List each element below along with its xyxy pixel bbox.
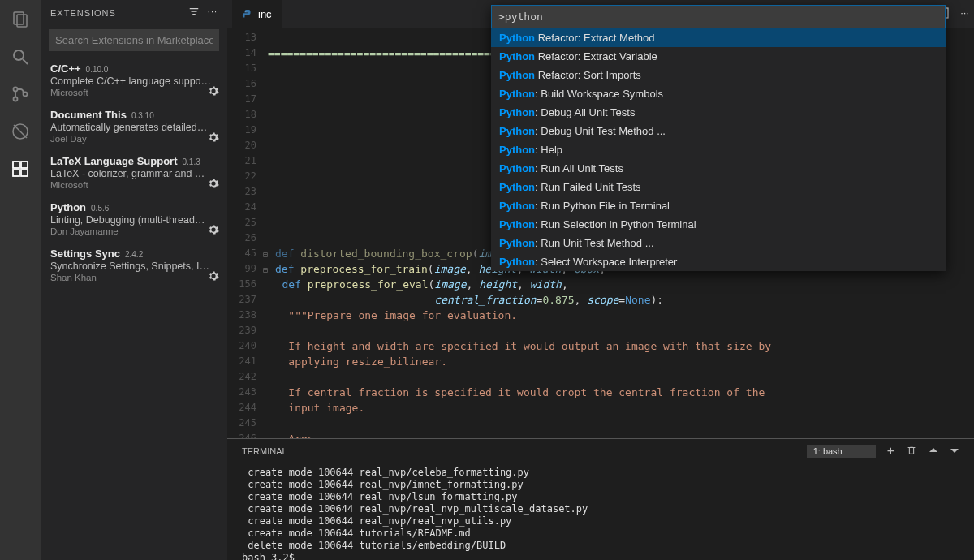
new-terminal-icon[interactable]: + bbox=[887, 444, 894, 459]
line-number: 22 bbox=[227, 169, 256, 184]
terminal-panel: TERMINAL 1: bash + create mode 100644 re… bbox=[227, 438, 974, 560]
line-number: 14 bbox=[227, 45, 256, 61]
extensions-search-input[interactable] bbox=[49, 29, 219, 51]
line-number: 99 bbox=[227, 261, 256, 277]
extension-version: 0.10.0 bbox=[86, 65, 109, 74]
line-number: 25 bbox=[227, 215, 256, 230]
maximize-terminal-icon[interactable] bbox=[929, 446, 938, 457]
extension-description: LaTeX - colorizer, grammar and … bbox=[50, 168, 218, 179]
terminal-title: TERMINAL bbox=[242, 446, 287, 456]
svg-rect-10 bbox=[21, 170, 28, 176]
gear-icon[interactable] bbox=[208, 224, 219, 238]
svg-point-5 bbox=[14, 97, 18, 101]
command-palette-item[interactable]: Python: Run Unit Test Method ... bbox=[491, 234, 946, 252]
command-palette: Python Refactor: Extract MethodPython Re… bbox=[491, 5, 946, 271]
extension-publisher: Microsoft bbox=[50, 88, 218, 97]
extension-description: Automatically generates detailed… bbox=[50, 122, 218, 133]
line-number: 237 bbox=[227, 292, 256, 308]
svg-rect-9 bbox=[13, 170, 19, 176]
extension-item[interactable]: Python0.5.6Linting, Debugging (multi-thr… bbox=[41, 196, 227, 243]
extension-item[interactable]: LaTeX Language Support0.1.3LaTeX - color… bbox=[41, 150, 227, 196]
extension-version: 0.3.10 bbox=[131, 111, 154, 120]
svg-rect-8 bbox=[13, 162, 19, 168]
command-palette-list: Python Refactor: Extract MethodPython Re… bbox=[491, 28, 946, 271]
extension-description: Complete C/C++ language suppo… bbox=[50, 75, 218, 87]
command-palette-item[interactable]: Python Refactor: Extract Variable bbox=[491, 47, 946, 66]
line-number: 242 bbox=[227, 369, 256, 385]
command-palette-item[interactable]: Python: Select Workspace Interpreter bbox=[491, 252, 946, 271]
gear-icon[interactable] bbox=[208, 85, 219, 99]
extension-name: LaTeX Language Support bbox=[50, 155, 178, 167]
terminal-body[interactable]: create mode 100644 real_nvp/celeba_forma… bbox=[227, 463, 974, 560]
extensions-list: C/C++0.10.0Complete C/C++ language suppo… bbox=[41, 58, 227, 560]
line-number: 45 bbox=[227, 246, 256, 261]
line-number: 17 bbox=[227, 92, 256, 107]
extension-publisher: Microsoft bbox=[50, 180, 218, 190]
extension-item[interactable]: Settings Sync2.4.2Synchronize Settings, … bbox=[41, 243, 227, 289]
line-number: 26 bbox=[227, 230, 256, 246]
extension-publisher: Shan Khan bbox=[50, 273, 218, 282]
extension-name: Document This bbox=[50, 109, 127, 121]
line-number: 240 bbox=[227, 338, 256, 354]
more-icon[interactable]: ··· bbox=[960, 6, 969, 22]
line-number: 15 bbox=[227, 61, 256, 76]
line-number: 19 bbox=[227, 123, 256, 138]
line-number: 241 bbox=[227, 354, 256, 369]
extension-publisher: Don Jayamanne bbox=[50, 226, 218, 236]
line-number: 18 bbox=[227, 107, 256, 123]
line-number: 243 bbox=[227, 385, 256, 400]
clear-extensions-filter-icon[interactable] bbox=[188, 6, 200, 19]
sidebar-title: EXTENSIONS bbox=[50, 8, 116, 18]
svg-rect-11 bbox=[21, 162, 28, 168]
editor-tab[interactable]: inc bbox=[232, 0, 282, 28]
line-number: 24 bbox=[227, 200, 256, 215]
command-palette-item[interactable]: Python: Run Selection in Python Terminal bbox=[491, 215, 946, 234]
line-number: 238 bbox=[227, 308, 256, 323]
command-palette-item[interactable]: Python Refactor: Extract Method bbox=[491, 28, 946, 47]
extension-description: Linting, Debugging (multi-thread… bbox=[50, 214, 218, 226]
gear-icon[interactable] bbox=[208, 131, 219, 145]
command-palette-item[interactable]: Python: Debug All Unit Tests bbox=[491, 103, 946, 122]
explorer-icon[interactable] bbox=[9, 8, 32, 31]
line-number: 23 bbox=[227, 184, 256, 200]
svg-point-2 bbox=[14, 50, 24, 60]
line-number: 156 bbox=[227, 277, 256, 292]
extension-version: 0.5.6 bbox=[91, 204, 109, 213]
line-number: 246 bbox=[227, 431, 256, 438]
debug-icon[interactable] bbox=[9, 120, 32, 143]
command-palette-item[interactable]: Python: Run All Unit Tests bbox=[491, 159, 946, 178]
extension-item[interactable]: Document This0.3.10Automatically generat… bbox=[41, 104, 227, 150]
svg-point-12 bbox=[245, 11, 246, 11]
extension-publisher: Joel Day bbox=[50, 134, 218, 144]
terminal-dropdown[interactable]: 1: bash bbox=[807, 445, 876, 458]
command-palette-item[interactable]: Python: Build Workspace Symbols bbox=[491, 84, 946, 103]
svg-point-6 bbox=[24, 93, 28, 97]
svg-line-3 bbox=[23, 59, 28, 64]
line-number: 20 bbox=[227, 138, 256, 153]
command-palette-item[interactable]: Python: Help bbox=[491, 140, 946, 159]
line-number: 239 bbox=[227, 323, 256, 338]
hide-terminal-icon[interactable] bbox=[950, 446, 959, 457]
gear-icon[interactable] bbox=[208, 270, 219, 284]
command-palette-item[interactable]: Python: Run Python File in Terminal bbox=[491, 196, 946, 215]
extension-name: Settings Sync bbox=[50, 248, 120, 260]
extension-item[interactable]: C/C++0.10.0Complete C/C++ language suppo… bbox=[41, 58, 227, 104]
command-palette-item[interactable]: Python: Debug Unit Test Method ... bbox=[491, 122, 946, 140]
source-control-icon[interactable] bbox=[9, 83, 32, 106]
gear-icon[interactable] bbox=[208, 178, 219, 192]
command-palette-item[interactable]: Python: Run Failed Unit Tests bbox=[491, 178, 946, 196]
extension-description: Synchronize Settings, Snippets, I… bbox=[50, 261, 218, 272]
extension-name: Python bbox=[50, 201, 86, 213]
command-palette-input[interactable] bbox=[491, 5, 946, 28]
extensions-icon[interactable] bbox=[9, 157, 32, 180]
command-palette-item[interactable]: Python Refactor: Sort Imports bbox=[491, 66, 946, 84]
activity-bar bbox=[0, 0, 41, 560]
search-icon[interactable] bbox=[9, 45, 32, 68]
more-actions-icon[interactable]: ··· bbox=[208, 6, 218, 19]
extension-version: 0.1.3 bbox=[183, 157, 200, 166]
svg-point-4 bbox=[14, 88, 18, 92]
kill-terminal-icon[interactable] bbox=[906, 445, 917, 458]
line-number: 16 bbox=[227, 76, 256, 92]
extension-name: C/C++ bbox=[50, 62, 81, 75]
line-number: 244 bbox=[227, 400, 256, 416]
